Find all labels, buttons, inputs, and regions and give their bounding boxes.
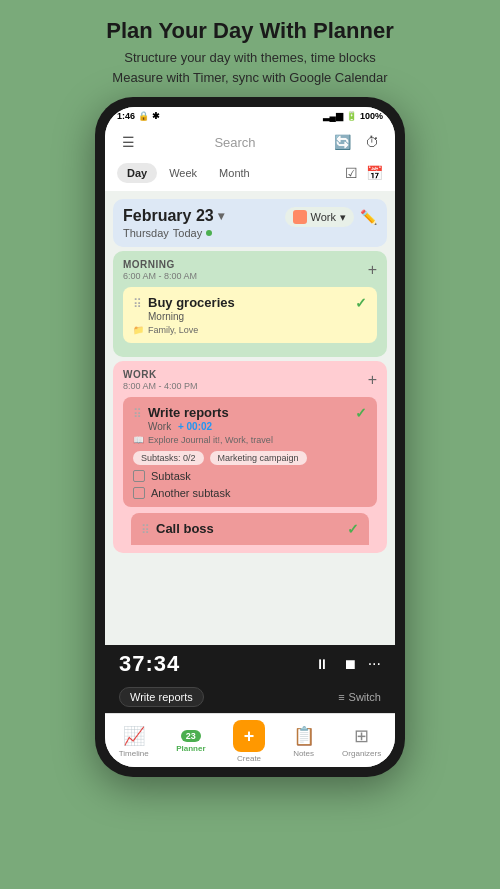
work-add-button[interactable]: +: [368, 371, 377, 389]
create-label: Create: [237, 754, 261, 763]
write-reports-check-icon[interactable]: ✓: [355, 405, 367, 421]
date-left: February 23 ▾ Thursday Today: [123, 207, 224, 239]
status-bar: 1:46 🔒 ✱ ▂▄▆ 🔋 100%: [105, 107, 395, 125]
work-title: WORK: [123, 369, 198, 380]
today-dot: [206, 230, 212, 236]
pause-button[interactable]: ⏸: [312, 654, 332, 674]
work-icon: [293, 210, 307, 224]
phone-screen: 1:46 🔒 ✱ ▂▄▆ 🔋 100% ☰ Search 🔄 ⏱ Day Wee…: [105, 107, 395, 767]
nav-timeline[interactable]: 📈 Timeline: [111, 725, 157, 758]
morning-block-header: MORNING 6:00 AM - 8:00 AM +: [123, 259, 377, 281]
status-time: 1:46: [117, 111, 135, 121]
tab-week[interactable]: Week: [159, 163, 207, 183]
subtask-1[interactable]: Subtask: [133, 470, 367, 482]
work-block-info: WORK 8:00 AM - 4:00 PM: [123, 369, 198, 391]
write-reports-row: ⠿ Write reports Work + 00:02: [133, 405, 367, 432]
nav-organizers[interactable]: ⊞ Organizers: [334, 725, 389, 758]
campaign-pill[interactable]: Marketing campaign: [210, 451, 307, 465]
nav-create[interactable]: + Create: [225, 720, 273, 763]
nav-notes[interactable]: 📋 Notes: [285, 725, 323, 758]
today-label: Today: [173, 227, 202, 239]
write-reports-task[interactable]: ⠿ Write reports Work + 00:02: [123, 397, 377, 507]
signal-icon: ▂▄▆: [323, 111, 343, 121]
subtask-checkbox-2[interactable]: [133, 487, 145, 499]
work-tag[interactable]: Work ▾: [285, 207, 354, 227]
call-boss-name: Call boss: [156, 521, 214, 536]
create-icon[interactable]: +: [233, 720, 265, 752]
subtask-label-2: Another subtask: [151, 487, 231, 499]
tab-month[interactable]: Month: [209, 163, 260, 183]
subtask-label-1: Subtask: [151, 470, 191, 482]
work-block-header: WORK 8:00 AM - 4:00 PM +: [123, 369, 377, 391]
task-left: ⠿ Buy groceries Morning: [133, 295, 235, 322]
notes-label: Notes: [293, 749, 314, 758]
organizers-icon: ⊞: [354, 725, 369, 747]
morning-title: MORNING: [123, 259, 197, 270]
work-time: 8:00 AM - 4:00 PM: [123, 381, 198, 391]
checklist-icon[interactable]: ☑: [345, 165, 358, 181]
nav-planner[interactable]: 23 Planner: [168, 730, 213, 753]
timer-controls: ⏸ ⏹ ···: [312, 654, 381, 674]
battery-icon: 🔋: [346, 111, 357, 121]
buy-groceries-task[interactable]: ⠿ Buy groceries Morning ✓ 📁 Family, Love: [123, 287, 377, 343]
battery-level: 100%: [360, 111, 383, 121]
subtask-checkbox-1[interactable]: [133, 470, 145, 482]
tabs-group: Day Week Month: [117, 163, 260, 183]
call-boss-check-icon[interactable]: ✓: [347, 521, 359, 537]
write-reports-left: ⠿ Write reports Work + 00:02: [133, 405, 229, 432]
timer-bar: 37:34 ⏸ ⏹ ···: [105, 645, 395, 683]
switch-button[interactable]: ≡ Switch: [338, 691, 381, 703]
morning-block: MORNING 6:00 AM - 8:00 AM + ⠿ Buy grocer…: [113, 251, 387, 357]
view-tabs: Day Week Month ☑ 📅: [105, 159, 395, 191]
status-left: 1:46 🔒 ✱: [117, 111, 160, 121]
active-task-button[interactable]: Write reports: [119, 687, 204, 707]
task-name-bar: Write reports ≡ Switch: [105, 683, 395, 713]
task-row: ⠿ Buy groceries Morning ✓: [133, 295, 367, 322]
call-boss-left: ⠿ Call boss: [141, 521, 214, 537]
edit-icon[interactable]: ✏️: [360, 209, 377, 225]
switch-icon: ≡: [338, 691, 344, 703]
morning-time: 6:00 AM - 8:00 AM: [123, 271, 197, 281]
refresh-icon[interactable]: 🔄: [331, 131, 353, 153]
drag-handle-icon[interactable]: ⠿: [141, 523, 150, 537]
call-boss-task[interactable]: ⠿ Call boss ✓: [131, 513, 369, 545]
phone-frame: 1:46 🔒 ✱ ▂▄▆ 🔋 100% ☰ Search 🔄 ⏱ Day Wee…: [95, 97, 405, 777]
task-timer: + 00:02: [178, 421, 212, 432]
date-title: February 23 ▾: [123, 207, 224, 225]
status-icons: 🔒 ✱: [138, 111, 160, 121]
bottom-nav: 📈 Timeline 23 Planner + Create 📋 Notes ⊞…: [105, 713, 395, 767]
app-subtitle: Structure your day with themes, time blo…: [106, 48, 394, 87]
work-chevron-icon: ▾: [340, 211, 346, 224]
folder-icon: 📁: [133, 325, 144, 335]
drag-handle-icon[interactable]: ⠿: [133, 297, 142, 311]
more-options-icon[interactable]: ···: [368, 655, 381, 673]
subtask-2[interactable]: Another subtask: [133, 487, 367, 499]
scroll-content: February 23 ▾ Thursday Today Work ▾: [105, 191, 395, 645]
journal-icon: 📖: [133, 435, 144, 445]
planner-badge: 23: [181, 730, 201, 742]
tab-day[interactable]: Day: [117, 163, 157, 183]
task-name: Buy groceries: [148, 295, 235, 310]
top-nav: ☰ Search 🔄 ⏱: [105, 125, 395, 159]
write-reports-info: Write reports Work + 00:02: [148, 405, 229, 432]
notes-icon: 📋: [293, 725, 315, 747]
date-chevron-icon[interactable]: ▾: [218, 209, 224, 223]
date-sub: Thursday Today: [123, 227, 224, 239]
stop-button[interactable]: ⏹: [340, 654, 360, 674]
write-reports-tags: 📖 Explore Journal it!, Work, travel: [133, 435, 367, 445]
subtask-count-pill[interactable]: Subtasks: 0/2: [133, 451, 204, 465]
nav-icons: 🔄 ⏱: [331, 131, 383, 153]
drag-handle-icon[interactable]: ⠿: [133, 407, 142, 421]
task-check-icon[interactable]: ✓: [355, 295, 367, 311]
morning-block-info: MORNING 6:00 AM - 8:00 AM: [123, 259, 197, 281]
write-reports-name: Write reports: [148, 405, 229, 420]
subtask-pills: Subtasks: 0/2 Marketing campaign: [133, 451, 367, 465]
task-tags: 📁 Family, Love: [133, 325, 367, 335]
search-bar[interactable]: Search: [139, 135, 331, 150]
tab-icons: ☑ 📅: [345, 165, 383, 181]
calendar-icon[interactable]: 📅: [366, 165, 383, 181]
date-header: February 23 ▾ Thursday Today Work ▾: [113, 199, 387, 247]
morning-add-button[interactable]: +: [368, 261, 377, 279]
hamburger-icon[interactable]: ☰: [117, 131, 139, 153]
timer-icon[interactable]: ⏱: [361, 131, 383, 153]
